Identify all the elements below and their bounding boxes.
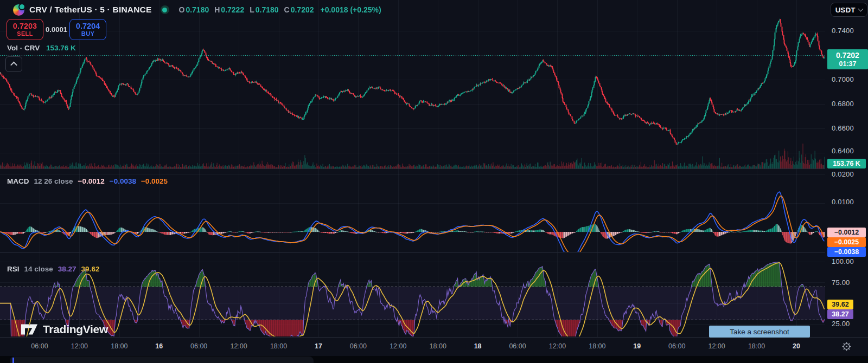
open-label: O: [179, 5, 185, 14]
axis-label: 0.6400: [832, 147, 854, 155]
rsi-value-badge: 38.27: [827, 309, 853, 319]
macd-signal-value: −0.0025: [141, 177, 168, 185]
close-label: C: [284, 5, 290, 14]
macd-hist-badge: −0.0012: [827, 228, 866, 237]
volume-value-badge: 153.76 K: [827, 159, 866, 168]
time-label: 12:00: [390, 342, 406, 350]
close-value: 0.7202: [291, 5, 314, 14]
time-label: 12:00: [708, 342, 725, 350]
time-label: 06:00: [509, 342, 526, 350]
time-label: 06:00: [190, 342, 207, 350]
time-label: 06:00: [668, 342, 685, 350]
axis-label: 0.7000: [832, 75, 854, 83]
axis-label: 0.6600: [832, 124, 854, 132]
high-label: H: [214, 5, 220, 14]
time-label: 18:00: [270, 342, 287, 350]
rsi-params: 14 close: [24, 265, 53, 273]
time-label: 17: [315, 342, 322, 350]
time-label: 20: [793, 342, 800, 350]
axis-label: 0.7400: [832, 27, 854, 35]
macd-name[interactable]: MACD: [7, 177, 29, 185]
rsi-value: 38.27: [58, 265, 76, 273]
time-label: 06:00: [31, 342, 48, 350]
volume-legend[interactable]: Vol · CRV 153.76 K: [7, 44, 76, 52]
rsi-ma-value: 39.62: [81, 265, 100, 273]
buy-label: BUY: [81, 30, 94, 37]
crv-coin-logo-icon: [13, 4, 24, 16]
low-value: 0.7180: [256, 5, 279, 14]
buy-price: 0.7204: [76, 22, 100, 30]
axis-label: 0.6800: [832, 100, 854, 108]
last-price-badge: 0.7202 01:37: [827, 49, 868, 69]
open-value: 0.7180: [186, 5, 209, 14]
spread-value: 0.0001: [43, 25, 69, 34]
time-axis-settings-gear-icon[interactable]: [842, 342, 851, 353]
time-label: 16: [155, 342, 163, 350]
trade-panel: 0.7203 SELL 0.0001 0.7204 BUY: [7, 19, 106, 40]
time-axis[interactable]: 06:0012:0018:001606:0012:0018:001706:001…: [0, 337, 868, 356]
sell-button[interactable]: 0.7203 SELL: [7, 19, 43, 40]
high-value: 0.7222: [221, 5, 244, 14]
rsi-ma-badge: 39.62: [827, 300, 853, 309]
market-status-icon[interactable]: [161, 5, 169, 14]
time-label: 18: [474, 342, 482, 350]
last-price-value: 0.7202: [836, 51, 859, 60]
time-label: 12:00: [549, 342, 566, 350]
macd-params: 12 26 close: [34, 177, 73, 185]
collapse-panel-button[interactable]: [5, 56, 22, 72]
symbol-title[interactable]: CRV / TetherUS · 5 · BINANCE: [29, 5, 152, 15]
sell-label: SELL: [17, 30, 33, 37]
tradingview-chart-app: CRV / TetherUS · 5 · BINANCE O0.7180 H0.…: [0, 0, 868, 363]
ohlc-values: O0.7180 H0.7222 L0.7180 C0.7202 +0.0018 …: [179, 5, 381, 14]
take-screenshot-button[interactable]: Take a screenshot: [709, 326, 810, 338]
change-value: +0.0018 (+0.25%): [321, 5, 381, 14]
tradingview-brand[interactable]: TradingView: [21, 323, 108, 336]
axis-label: 0.0200: [832, 170, 854, 178]
currency-label: USDT: [835, 6, 856, 14]
price-axis[interactable]: USDT 0.74000.70000.68000.66000.64000.020…: [825, 0, 868, 355]
coin-logo-notch: [18, 3, 25, 10]
currency-selector-button[interactable]: USDT: [831, 3, 867, 17]
time-label: 12:00: [230, 342, 247, 350]
time-label: 18:00: [111, 342, 127, 350]
chevron-down-icon: [858, 6, 864, 11]
window-edge: [10, 356, 314, 363]
rsi-legend[interactable]: RSI 14 close 38.27 39.62: [7, 265, 99, 273]
time-label: 18:00: [748, 342, 765, 350]
bottom-window-strip: [0, 355, 868, 363]
volume-legend-label: Vol · CRV: [7, 44, 40, 52]
pane-separator-volume-macd[interactable]: [0, 168, 868, 169]
time-label: 06:00: [350, 342, 367, 350]
time-label: 18:00: [430, 342, 446, 350]
axis-label: 75.00: [832, 278, 850, 287]
rsi-name[interactable]: RSI: [7, 265, 20, 273]
time-label: 12:00: [71, 342, 88, 350]
time-label: 19: [633, 342, 641, 350]
window-accent: [12, 358, 14, 363]
macd-line-badge: −0.0038: [827, 247, 866, 257]
macd-line-value: −0.0038: [110, 177, 136, 185]
axis-label: 100.00: [832, 257, 854, 265]
macd-legend[interactable]: MACD 12 26 close −0.0012 −0.0038 −0.0025: [7, 177, 168, 185]
chevron-up-icon: [10, 62, 17, 69]
pane-separator-macd-rsi[interactable]: [0, 252, 868, 253]
time-label: 18:00: [589, 342, 605, 350]
bar-countdown: 01:37: [839, 60, 857, 68]
axis-label: 0.0100: [832, 198, 854, 206]
macd-signal-badge: −0.0025: [827, 237, 866, 247]
macd-hist-value: −0.0012: [78, 177, 105, 185]
axis-label: 25.00: [832, 320, 850, 328]
volume-legend-value: 153.76 K: [46, 44, 76, 52]
brand-text: TradingView: [43, 323, 108, 336]
sell-price: 0.7203: [13, 22, 37, 30]
low-label: L: [250, 5, 254, 14]
symbol-legend[interactable]: CRV / TetherUS · 5 · BINANCE O0.7180 H0.…: [13, 3, 381, 17]
buy-button[interactable]: 0.7204 BUY: [69, 19, 106, 40]
tradingview-logo-icon: [21, 323, 38, 335]
